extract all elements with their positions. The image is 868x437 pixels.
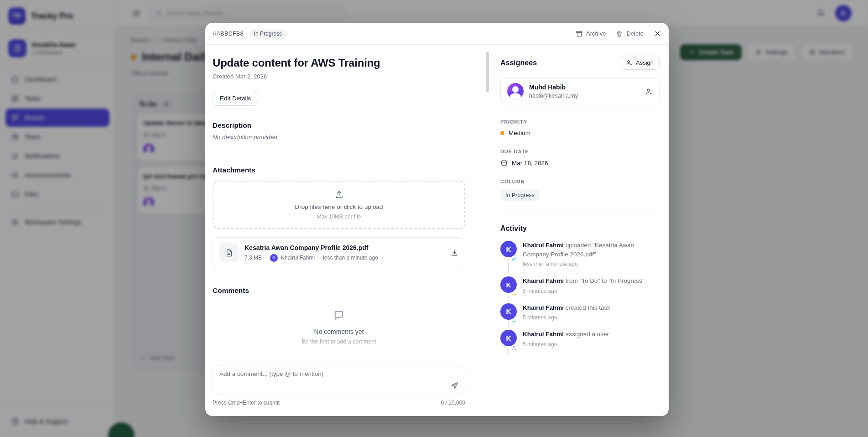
upload-icon [334,190,344,199]
download-icon[interactable] [450,249,458,257]
status-badge: In Progress [249,29,287,39]
scrollbar-thumb[interactable] [486,52,489,92]
assignee-avatar [507,83,524,99]
modal-main-pane: Update content for AWS Training Created … [205,45,491,416]
description-empty-text: No description provided [213,134,465,140]
activity-avatar: K [500,330,517,346]
comment-input-wrapper [213,365,465,395]
archive-button[interactable]: Archive [576,30,606,37]
priority-label: PRIORITY [500,119,660,125]
priority-dot [500,131,504,135]
activity-item: K Khairul Fahmi from "To Do" to "In Prog… [500,276,660,302]
trash-icon [616,30,623,37]
paperclip-icon [511,256,517,262]
task-detail-modal: AABBCFB8 In Progress Archive Delete [205,23,669,416]
calendar-icon [500,159,508,166]
modal-header: AABBCFB8 In Progress Archive Delete [205,23,669,45]
activity-avatar: K [500,241,517,257]
close-icon[interactable] [654,30,661,37]
panel-divider [500,214,660,214]
activity-item: K Khairul Fahmi assigned a user 5 minute… [500,330,660,355]
char-counter: 0 / 10,000 [441,400,465,406]
assignee-name: Muhd Habib [529,83,578,91]
file-name: Kesatria Awan Company Profile 2026.pdf [244,244,378,251]
uploader-avatar: K [270,254,278,262]
assignee-email: habib@kesatria.my [529,93,578,99]
activity-avatar: K [500,303,517,320]
activity-item: K Khairul Fahmi created this task 5 minu… [500,303,660,328]
activity-heading: Activity [500,224,660,233]
comments-empty-subtitle: Be the first to add a comment [301,338,376,345]
task-title: Update content for AWS Training [213,57,465,69]
dropzone-title: Drop files here or click to upload [295,203,383,210]
column-label: COLUMN [500,179,660,184]
assignee-card: Muhd Habib habib@kesatria.my [500,77,660,105]
file-size: 7.3 MB [244,255,262,261]
file-meta: 7.3 MB - K Khairul Fahmi - less than a m… [244,254,378,262]
comments-empty-title: No comments yet [314,328,364,335]
attachment-row[interactable]: Kesatria Awan Company Profile 2026.pdf 7… [213,237,465,268]
upload-time: less than a minute ago [323,255,378,261]
send-comment-icon[interactable] [450,381,459,390]
priority-value: Medium [509,130,530,136]
assignees-heading: Assignees [500,59,537,67]
comments-heading: Comments [213,286,465,295]
assign-button[interactable]: Assign [620,56,660,70]
comment-bubble-icon [333,309,345,322]
attachments-heading: Attachments [213,166,465,174]
delete-button[interactable]: Delete [616,30,644,37]
edit-details-button[interactable]: Edit Details [213,91,258,106]
dropzone-hint: Max 10MB per file [317,213,361,220]
activity-avatar: K [500,276,517,293]
task-id: AABBCFB8 [213,31,244,37]
task-created-date: Created Mar 2, 2026 [213,73,465,80]
activity-item: K Khairul Fahmi uploaded "Kesatria Awan … [500,241,660,275]
column-value-badge: In Progress [500,189,540,201]
archive-icon [576,30,583,37]
modal-side-panel: Assignees Assign Muhd Habib habib@kesatr… [491,45,669,416]
description-heading: Description [213,121,465,130]
due-date-label: DUE DATE [500,149,660,154]
user-plus-icon [626,59,633,66]
file-dropzone[interactable]: Drop files here or click to upload Max 1… [213,181,465,229]
screen: TP Tracky Pro Kesatria Awan 1 workspace … [0,0,868,437]
activity-list: K Khairul Fahmi uploaded "Kesatria Awan … [500,241,660,355]
file-type-icon [219,243,239,262]
uploader-name: Khairul Fahmi [281,255,315,261]
user-minus-icon[interactable] [645,88,653,95]
user-plus-icon [511,345,517,351]
plus-icon [511,318,517,325]
arrow-right-icon [511,291,517,298]
comment-input[interactable] [219,370,445,391]
submit-hint: Press Cmd+Enter to submit [213,400,280,406]
comments-empty-state: No comments yet Be the first to add a co… [213,309,465,345]
due-date-value: Mar 18, 2026 [512,160,548,166]
